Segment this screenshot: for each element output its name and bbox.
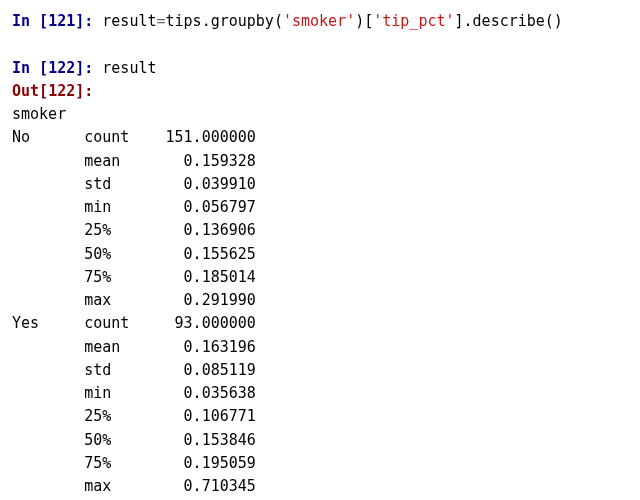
input-cell-122: In [122]: result — [12, 57, 628, 80]
out-prompt-label: Out[ — [12, 82, 48, 100]
output-row: max 0.291990 — [12, 289, 628, 312]
output-prompt-122: Out[122]: — [12, 80, 628, 103]
output-row: No count 151.000000 — [12, 126, 628, 149]
output-row: std 0.085119 — [12, 359, 628, 382]
code-call1: tips.groupby( — [166, 12, 283, 30]
output-row: 75% 0.195059 — [12, 452, 628, 475]
output-row: 50% 0.153846 — [12, 429, 628, 452]
code-tail: ].describe() — [455, 12, 563, 30]
output-row: 25% 0.136906 — [12, 219, 628, 242]
out-prompt-close: ]: — [75, 82, 93, 100]
code-var: result — [102, 12, 156, 30]
out-prompt-number: 122 — [48, 82, 75, 100]
code-eq: = — [157, 12, 166, 30]
in-prompt-label: In [ — [12, 59, 48, 77]
blank-line — [12, 33, 628, 56]
in-prompt-number: 122 — [48, 59, 75, 77]
in-prompt-close: ]: — [75, 12, 102, 30]
output-row: min 0.056797 — [12, 196, 628, 219]
code-string-tippct: 'tip_pct' — [373, 12, 454, 30]
output-row: Yes count 93.000000 — [12, 312, 628, 335]
output-groups: No count 151.000000 mean 0.159328 std 0.… — [12, 126, 628, 498]
output-row: min 0.035638 — [12, 382, 628, 405]
output-index-name: smoker — [12, 103, 628, 126]
code-string-smoker: 'smoker' — [283, 12, 355, 30]
in-prompt-close: ]: — [75, 59, 102, 77]
output-row: mean 0.159328 — [12, 150, 628, 173]
input-cell-121: In [121]: result=tips.groupby('smoker')[… — [12, 10, 628, 33]
in-prompt-number: 121 — [48, 12, 75, 30]
output-row: max 0.710345 — [12, 475, 628, 498]
output-row: 25% 0.106771 — [12, 405, 628, 428]
output-row: mean 0.163196 — [12, 336, 628, 359]
output-row: std 0.039910 — [12, 173, 628, 196]
output-row: 50% 0.155625 — [12, 243, 628, 266]
in-prompt-label: In [ — [12, 12, 48, 30]
code-mid: )[ — [355, 12, 373, 30]
code-expr: result — [102, 59, 156, 77]
output-row: 75% 0.185014 — [12, 266, 628, 289]
